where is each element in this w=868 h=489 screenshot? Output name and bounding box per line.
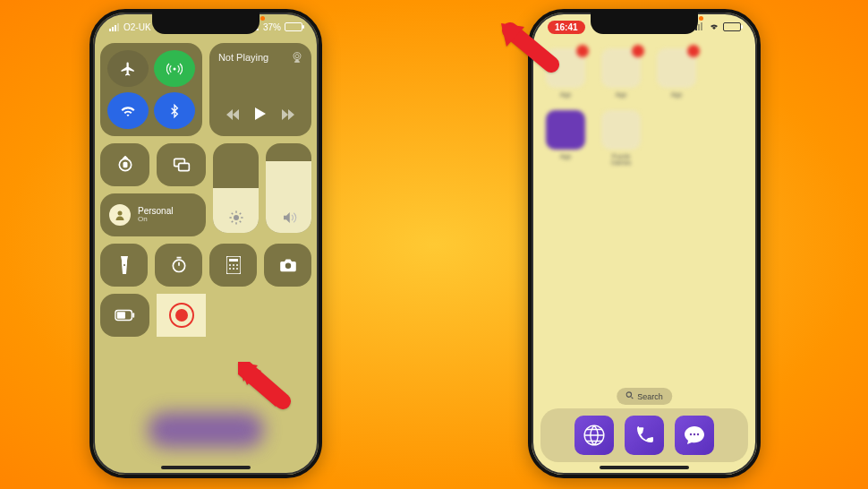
app-4[interactable]: App (546, 110, 585, 166)
rewind-icon[interactable] (226, 107, 239, 124)
svg-rect-2 (115, 25, 116, 31)
cellular-signal-icon (109, 23, 120, 31)
dock-app-safari[interactable] (574, 416, 614, 455)
low-power-toggle[interactable] (100, 294, 149, 337)
svg-rect-18 (229, 259, 238, 262)
svg-point-20 (233, 264, 234, 266)
battery-icon (723, 22, 741, 31)
home-indicator[interactable] (161, 466, 251, 469)
svg-point-21 (236, 264, 238, 266)
svg-rect-27 (132, 313, 134, 318)
rotation-lock-toggle[interactable] (100, 143, 149, 186)
svg-rect-12 (178, 163, 189, 170)
timer-button[interactable] (155, 244, 202, 287)
dock (540, 408, 748, 462)
cellular-data-toggle[interactable] (154, 50, 195, 87)
phone-home-screen: 16:41 App App App App Puzzle Games Searc… (528, 9, 761, 478)
notch (591, 13, 698, 34)
airplane-mode-toggle[interactable] (107, 50, 149, 87)
dock-app-phone[interactable] (625, 416, 664, 455)
toggle-grid: Personal On (100, 143, 206, 236)
forward-icon[interactable] (282, 107, 294, 124)
camera-button[interactable] (264, 244, 311, 287)
svg-point-36 (694, 433, 695, 435)
control-center: Not Playing Personal On (100, 43, 311, 344)
screen-recording-button[interactable] (157, 294, 206, 337)
svg-rect-0 (109, 29, 111, 31)
person-icon (109, 204, 131, 226)
carrier-label: O2-UK (123, 22, 151, 32)
svg-rect-10 (123, 163, 126, 167)
svg-point-23 (233, 268, 234, 270)
screen-mirroring-button[interactable] (157, 143, 206, 186)
svg-rect-3 (117, 23, 119, 31)
search-label: Search (637, 392, 663, 401)
svg-point-22 (229, 268, 231, 270)
notch (152, 13, 260, 34)
wifi-icon (709, 22, 719, 32)
spotlight-search[interactable]: Search (617, 388, 672, 405)
battery-pct-label: 37% (263, 22, 281, 32)
media-title: Not Playing (218, 52, 302, 63)
connectivity-group (100, 43, 202, 136)
svg-point-25 (285, 263, 290, 269)
svg-rect-28 (116, 312, 124, 318)
svg-rect-32 (701, 22, 702, 30)
search-icon (625, 391, 634, 401)
torch-toggle[interactable] (100, 244, 148, 287)
app-folder[interactable]: Puzzle Games (601, 110, 641, 166)
svg-point-24 (236, 268, 238, 270)
svg-point-19 (229, 264, 231, 266)
play-icon[interactable] (255, 107, 266, 124)
svg-point-15 (123, 264, 125, 266)
svg-point-33 (626, 392, 631, 397)
focus-state: On (138, 216, 173, 223)
home-indicator[interactable] (600, 466, 689, 469)
calculator-button[interactable] (209, 244, 257, 287)
battery-icon (285, 22, 302, 31)
record-icon (169, 303, 194, 328)
callout-arrow-record (238, 362, 301, 428)
media-controls[interactable]: Not Playing (209, 43, 311, 136)
svg-rect-1 (112, 27, 114, 31)
home-screen-apps: App App App App Puzzle Games (546, 48, 743, 166)
focus-toggle[interactable]: Personal On (100, 193, 206, 236)
app-2[interactable]: App (601, 48, 641, 98)
svg-rect-31 (698, 24, 700, 30)
volume-icon (266, 210, 311, 226)
app-3[interactable]: App (657, 48, 696, 98)
svg-point-37 (697, 433, 699, 435)
wifi-toggle[interactable] (107, 92, 149, 129)
svg-point-35 (690, 433, 692, 435)
dock-app-messages[interactable] (675, 416, 714, 455)
svg-point-13 (118, 211, 123, 216)
volume-slider[interactable] (266, 143, 311, 233)
callout-arrow-time (498, 20, 560, 77)
svg-point-6 (173, 67, 175, 70)
brightness-icon (213, 210, 259, 226)
brightness-slider[interactable] (213, 143, 259, 233)
bluetooth-toggle[interactable] (154, 92, 195, 129)
svg-point-14 (234, 215, 239, 220)
